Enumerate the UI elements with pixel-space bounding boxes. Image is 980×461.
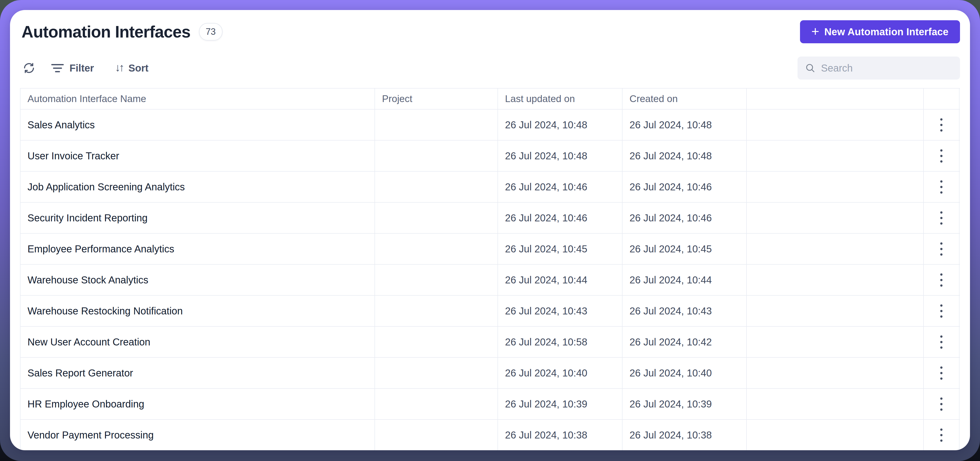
row-updated-cell: 26 Jul 2024, 10:58 — [498, 327, 622, 357]
table-row[interactable]: Vendor Payment Processing 26 Jul 2024, 1… — [21, 420, 960, 450]
row-menu-button[interactable] — [936, 116, 947, 134]
row-updated-cell: 26 Jul 2024, 10:46 — [498, 203, 622, 233]
row-spacer-cell — [747, 234, 924, 264]
column-header-name: Automation Interface Name — [21, 89, 375, 109]
row-spacer-cell — [747, 389, 924, 419]
row-spacer-cell — [747, 110, 924, 140]
row-project-cell — [375, 110, 498, 140]
row-menu-button[interactable] — [936, 364, 947, 382]
page-title: Automation Interfaces — [22, 23, 191, 41]
title-group: Automation Interfaces 73 — [20, 23, 223, 41]
row-project-cell — [375, 358, 498, 388]
row-updated-cell: 26 Jul 2024, 10:38 — [498, 420, 622, 450]
row-project-cell — [375, 140, 498, 171]
sort-button[interactable]: ↓↑ Sort — [115, 62, 148, 74]
row-menu-button[interactable] — [936, 147, 947, 165]
new-button-label: New Automation Interface — [824, 26, 948, 38]
row-project-cell — [375, 234, 498, 264]
row-actions-cell — [924, 420, 959, 450]
row-project-cell — [375, 172, 498, 202]
row-created-cell: 26 Jul 2024, 10:46 — [622, 172, 747, 202]
row-spacer-cell — [747, 172, 924, 202]
row-project-cell — [375, 203, 498, 233]
row-menu-button[interactable] — [936, 209, 947, 227]
column-header-created: Created on — [622, 89, 747, 109]
row-actions-cell — [924, 234, 959, 264]
row-spacer-cell — [747, 358, 924, 388]
row-menu-button[interactable] — [936, 395, 947, 413]
filter-icon — [51, 64, 64, 72]
row-created-cell: 26 Jul 2024, 10:45 — [622, 234, 747, 264]
automation-interfaces-table: Automation Interface NameProjectLast upd… — [20, 88, 960, 450]
filter-button[interactable]: Filter — [51, 62, 94, 74]
row-actions-cell — [924, 110, 959, 140]
table-row[interactable]: Job Application Screening Analytics 26 J… — [21, 172, 960, 203]
row-project-cell — [375, 420, 498, 450]
row-menu-button[interactable] — [936, 302, 947, 320]
column-header-actions — [924, 89, 959, 109]
top-bar: Automation Interfaces 73 + New Automatio… — [20, 18, 960, 46]
row-name-cell: Sales Analytics — [21, 110, 375, 140]
row-actions-cell — [924, 140, 959, 171]
row-created-cell: 26 Jul 2024, 10:46 — [622, 203, 747, 233]
column-header-project: Project — [375, 89, 498, 109]
row-updated-cell: 26 Jul 2024, 10:46 — [498, 172, 622, 202]
row-name-cell: HR Employee Onboarding — [21, 389, 375, 419]
row-name-cell: Vendor Payment Processing — [21, 420, 375, 450]
row-name-cell: Sales Report Generator — [21, 358, 375, 388]
window-frame: Automation Interfaces 73 + New Automatio… — [0, 0, 980, 461]
column-header-spacer — [747, 89, 924, 109]
row-created-cell: 26 Jul 2024, 10:42 — [622, 327, 747, 357]
toolbar: Filter ↓↑ Sort — [20, 57, 960, 80]
count-badge: 73 — [199, 23, 223, 40]
table-row[interactable]: Warehouse Stock Analytics 26 Jul 2024, 1… — [21, 265, 960, 296]
row-created-cell: 26 Jul 2024, 10:40 — [622, 358, 747, 388]
row-project-cell — [375, 296, 498, 326]
row-menu-button[interactable] — [936, 271, 947, 289]
search-input[interactable] — [821, 62, 960, 74]
row-updated-cell: 26 Jul 2024, 10:44 — [498, 265, 622, 295]
table-row[interactable]: Sales Report Generator 26 Jul 2024, 10:4… — [21, 358, 960, 389]
table-body: Sales Analytics 26 Jul 2024, 10:48 26 Ju… — [21, 110, 960, 450]
row-actions-cell — [924, 265, 959, 295]
row-created-cell: 26 Jul 2024, 10:48 — [622, 110, 747, 140]
row-updated-cell: 26 Jul 2024, 10:48 — [498, 110, 622, 140]
column-header-updated: Last updated on — [498, 89, 622, 109]
search-box[interactable] — [797, 57, 960, 80]
row-spacer-cell — [747, 327, 924, 357]
row-name-cell: Job Application Screening Analytics — [21, 172, 375, 202]
row-created-cell: 26 Jul 2024, 10:48 — [622, 140, 747, 171]
row-project-cell — [375, 265, 498, 295]
row-name-cell: Security Incident Reporting — [21, 203, 375, 233]
row-spacer-cell — [747, 296, 924, 326]
row-updated-cell: 26 Jul 2024, 10:40 — [498, 358, 622, 388]
row-menu-button[interactable] — [936, 333, 947, 351]
refresh-icon — [22, 62, 35, 75]
row-spacer-cell — [747, 420, 924, 450]
row-spacer-cell — [747, 140, 924, 171]
row-name-cell: Employee Performance Analytics — [21, 234, 375, 264]
row-menu-button[interactable] — [936, 178, 947, 196]
row-menu-button[interactable] — [936, 240, 947, 258]
plus-icon: + — [811, 24, 819, 38]
table-row[interactable]: Warehouse Restocking Notification 26 Jul… — [21, 296, 960, 327]
table-row[interactable]: Sales Analytics 26 Jul 2024, 10:48 26 Ju… — [21, 110, 960, 140]
search-icon — [805, 63, 816, 73]
row-actions-cell — [924, 203, 959, 233]
row-actions-cell — [924, 296, 959, 326]
table-row[interactable]: New User Account Creation 26 Jul 2024, 1… — [21, 327, 960, 358]
row-created-cell: 26 Jul 2024, 10:43 — [622, 296, 747, 326]
row-name-cell: User Invoice Tracker — [21, 140, 375, 171]
row-name-cell: New User Account Creation — [21, 327, 375, 357]
row-spacer-cell — [747, 203, 924, 233]
row-menu-button[interactable] — [936, 426, 947, 444]
table-row[interactable]: User Invoice Tracker 26 Jul 2024, 10:48 … — [21, 140, 960, 172]
table-row[interactable]: HR Employee Onboarding 26 Jul 2024, 10:3… — [21, 389, 960, 420]
refresh-button[interactable] — [22, 62, 35, 75]
table-row[interactable]: Employee Performance Analytics 26 Jul 20… — [21, 234, 960, 265]
new-automation-interface-button[interactable]: + New Automation Interface — [800, 20, 960, 43]
main-panel: Automation Interfaces 73 + New Automatio… — [10, 10, 970, 450]
table-row[interactable]: Security Incident Reporting 26 Jul 2024,… — [21, 203, 960, 234]
row-name-cell: Warehouse Restocking Notification — [21, 296, 375, 326]
row-updated-cell: 26 Jul 2024, 10:48 — [498, 140, 622, 171]
